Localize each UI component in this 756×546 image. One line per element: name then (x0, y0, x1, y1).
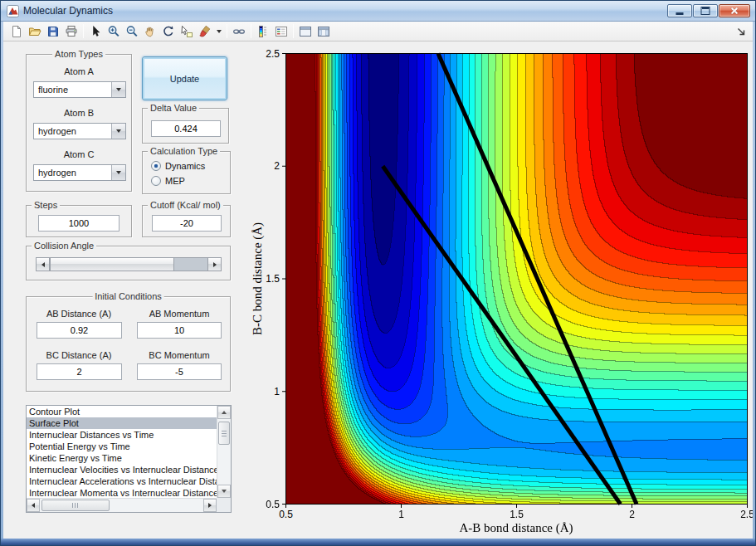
atom-types-panel: Atom Types Atom A fluorine Atom B hydrog… (26, 54, 132, 192)
new-figure-button[interactable] (7, 22, 26, 41)
app-icon (7, 5, 19, 17)
ab-momentum-input[interactable] (137, 322, 222, 339)
dock-figure-icon[interactable] (736, 27, 746, 37)
window-frame-bottom (1, 539, 755, 545)
list-item[interactable]: Internuclear Momenta vs Internuclear Dis… (27, 487, 217, 498)
scroll-down-button[interactable] (217, 485, 231, 498)
link-plot-button[interactable] (230, 22, 248, 41)
horizontal-scroll-thumb[interactable] (41, 500, 110, 511)
list-item[interactable]: Surface Plot (27, 417, 217, 429)
delta-value-panel-title: Delta Value (148, 103, 199, 113)
x-tick-label: 1 (389, 509, 414, 520)
list-item[interactable]: Internuclear Distances vs Time (27, 429, 217, 441)
scroll-right-button[interactable] (203, 499, 217, 512)
atom-b-value: hydrogen (34, 126, 111, 136)
brush-button[interactable] (196, 22, 214, 41)
dynamics-radio-button[interactable] (151, 161, 161, 171)
scroll-up-button[interactable] (217, 406, 231, 419)
list-item[interactable]: Potential Energy vs Time (27, 441, 217, 452)
slider-thumb[interactable] (50, 258, 174, 271)
ab-distance-label: AB Distance (A) (33, 309, 124, 319)
show-plot-tools-button[interactable] (315, 22, 333, 41)
cutoff-panel: Cutoff (Kcal/ mol) (142, 205, 231, 237)
calculation-type-panel-title: Calculation Type (148, 146, 220, 156)
toolbar-separator (227, 24, 227, 38)
list-items: Contour PlotSurface PlotInternuclear Dis… (27, 406, 217, 498)
steps-panel: Steps (26, 205, 132, 237)
floppy-disk-icon (46, 25, 60, 38)
slider-right-arrow-icon[interactable] (207, 258, 221, 271)
toolbar (3, 22, 753, 41)
x-tick-label: 2 (620, 509, 645, 520)
delta-value-panel: Delta Value (142, 108, 229, 144)
update-button[interactable]: Update (142, 56, 227, 100)
dynamics-radio-label: Dynamics (165, 161, 205, 171)
bc-momentum-input[interactable] (137, 363, 222, 380)
atom-c-label: Atom C (27, 149, 131, 159)
title-bar[interactable]: Molecular Dynamics (1, 1, 755, 22)
brush-dropdown-button[interactable] (214, 22, 224, 41)
legend-icon (275, 25, 288, 38)
delta-value-input[interactable] (151, 120, 221, 137)
collision-angle-slider[interactable] (36, 257, 222, 271)
list-item[interactable]: Internuclear Velocities vs Internuclear … (27, 464, 217, 475)
bc-distance-label: BC Distance (A) (33, 350, 124, 360)
rotate-3d-button[interactable] (159, 22, 178, 41)
rotate-icon (162, 25, 175, 38)
contour-plot-canvas[interactable] (285, 53, 748, 505)
insert-legend-button[interactable] (272, 22, 290, 41)
dynamics-radio-row[interactable]: Dynamics (151, 160, 205, 172)
list-item[interactable]: Internuclear Accelerations vs Internucle… (27, 475, 217, 487)
list-vertical-scrollbar[interactable] (217, 406, 231, 498)
slider-track[interactable] (174, 258, 207, 271)
zoom-in-button[interactable] (105, 22, 123, 41)
mep-radio-row[interactable]: MEP (151, 175, 185, 187)
save-figure-button[interactable] (44, 22, 62, 41)
zoom-out-button[interactable] (123, 22, 141, 41)
scroll-down-arrow-icon (222, 490, 227, 493)
data-cursor-button[interactable] (178, 22, 196, 41)
list-item[interactable]: Kinetic Energy vs Time (27, 452, 217, 464)
mep-radio-label: MEP (165, 176, 185, 186)
minimize-button[interactable] (667, 4, 692, 17)
atom-a-value: fluorine (34, 85, 111, 95)
y-tick-label: 2 (250, 160, 280, 172)
y-tick-label: 2.5 (250, 48, 280, 60)
chevron-down-icon (217, 30, 222, 33)
close-button[interactable] (719, 4, 750, 17)
mep-radio-button[interactable] (151, 176, 161, 186)
bc-distance-input[interactable] (37, 363, 122, 380)
atom-c-dropdown[interactable]: hydrogen (33, 164, 126, 181)
window-frame-right (753, 22, 755, 545)
list-item[interactable]: Contour Plot (27, 406, 217, 417)
steps-input[interactable] (38, 215, 119, 232)
chevron-down-icon[interactable] (111, 82, 125, 97)
initial-conditions-panel-title: Initial Conditions (92, 291, 164, 301)
plot-type-list[interactable]: Contour PlotSurface PlotInternuclear Dis… (26, 405, 232, 513)
window-frame-left (1, 22, 3, 545)
scroll-left-arrow-icon (32, 503, 35, 508)
list-horizontal-scrollbar[interactable] (27, 498, 217, 512)
cutoff-input[interactable] (152, 215, 222, 232)
atom-a-dropdown[interactable]: fluorine (33, 81, 126, 98)
scroll-left-button[interactable] (27, 499, 40, 512)
atom-b-dropdown[interactable]: hydrogen (33, 123, 126, 139)
print-button[interactable] (62, 22, 80, 41)
slider-left-arrow-icon[interactable] (37, 258, 50, 271)
ab-momentum-label: AB Momentum (134, 309, 224, 319)
calculation-type-panel: Calculation Type Dynamics MEP (142, 151, 231, 194)
edit-plot-button[interactable] (86, 22, 105, 41)
open-file-button[interactable] (26, 22, 44, 41)
x-axis-label: A-B bond distance (Å) (392, 521, 641, 535)
chevron-down-icon[interactable] (111, 165, 125, 180)
vertical-scroll-thumb[interactable] (218, 422, 230, 445)
pan-button[interactable] (141, 22, 159, 41)
chevron-down-icon[interactable] (111, 124, 125, 139)
zoom-out-icon (125, 25, 139, 38)
restore-button[interactable] (693, 4, 718, 17)
printer-icon (65, 25, 78, 38)
insert-colorbar-button[interactable] (254, 22, 272, 41)
data-cursor-icon (180, 25, 193, 38)
ab-distance-input[interactable] (37, 322, 122, 339)
hide-plot-tools-button[interactable] (296, 22, 315, 41)
